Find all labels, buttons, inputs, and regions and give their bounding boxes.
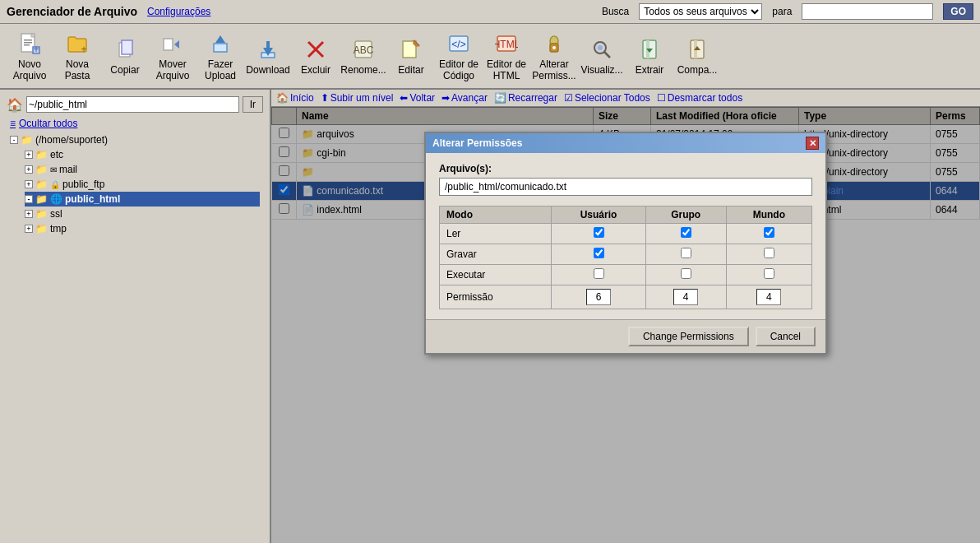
- rename-icon: ABC: [350, 36, 377, 63]
- toolbar-code-label: Editor deCódigo: [439, 58, 478, 81]
- svg-text:HTML: HTML: [495, 39, 518, 50]
- svg-rect-4: [24, 44, 30, 46]
- tree-children: + 📁 etc + 📁 ✉ mail + 📁 🔒 public_ftp: [10, 147, 260, 236]
- toolbar-rename[interactable]: ABC Renome...: [340, 33, 386, 79]
- recarregar-icon: 🔄: [494, 92, 506, 104]
- toolbar-move-label: MoverArquivo: [156, 58, 190, 81]
- svg-rect-2: [24, 39, 32, 41]
- path-go-button[interactable]: Ir: [243, 96, 263, 113]
- hide-all-btn[interactable]: ≡ Ocultar todos: [3, 116, 266, 131]
- svg-point-33: [598, 45, 603, 50]
- html-globe-icon: 🌐: [50, 193, 62, 205]
- root-folder-icon: 📁: [21, 134, 33, 146]
- voltar-btn[interactable]: ⬅ Voltar: [400, 92, 435, 104]
- avancar-icon: ➡: [441, 92, 450, 104]
- toolbar-edit[interactable]: Editar: [388, 33, 434, 79]
- nav-bar: 🏠 Início ⬆ Subir um nível ⬅ Voltar ➡ Ava…: [271, 90, 980, 107]
- gravar-mundo-checkbox[interactable]: [764, 248, 774, 258]
- search-select[interactable]: Todos os seus arquivos: [639, 3, 762, 20]
- tree-item-etc[interactable]: + 📁 etc: [25, 147, 260, 162]
- permissions-table: Modo Usuário Grupo Mundo: [439, 206, 812, 309]
- toolbar-html-editor[interactable]: HTML Editor deHTML: [483, 27, 529, 85]
- avancar-btn[interactable]: ➡ Avançar: [441, 92, 488, 104]
- toolbar-download[interactable]: Download: [245, 33, 291, 79]
- toolbar-view[interactable]: Visualiz...: [579, 33, 625, 79]
- toolbar-download-label: Download: [246, 64, 289, 76]
- modal-close-button[interactable]: ✕: [806, 137, 819, 150]
- desmarcar-btn[interactable]: ☐ Desmarcar todos: [657, 92, 742, 104]
- config-link[interactable]: Configurações: [147, 6, 210, 17]
- executar-usuario-checkbox[interactable]: [594, 268, 604, 279]
- toolbar-permissions[interactable]: AlterarPermiss...: [531, 27, 577, 85]
- ler-grupo-checkbox[interactable]: [681, 227, 691, 238]
- modal-title: Alterar Permissões: [432, 137, 522, 149]
- toolbar-move[interactable]: MoverArquivo: [150, 27, 196, 85]
- selecionar-label: Selecionar Todos: [575, 92, 650, 104]
- tree-item-public-html[interactable]: - 📁 🌐 public_html: [25, 192, 260, 207]
- col-grupo: Grupo: [645, 207, 726, 224]
- mail-folder-icon: 📁: [35, 164, 48, 175]
- toolbar-new-file[interactable]: + NovoArquivo: [7, 27, 53, 85]
- tree-item-ssl[interactable]: + 📁 ssl: [25, 207, 260, 221]
- extract-icon: [636, 36, 663, 63]
- toolbar-code-editor[interactable]: </> Editor deCódigo: [436, 27, 482, 85]
- path-input[interactable]: [26, 96, 239, 113]
- ler-mundo-checkbox[interactable]: [764, 227, 774, 238]
- ftp-folder-icon: 📁: [35, 179, 48, 190]
- hide-all-label: Ocultar todos: [19, 118, 77, 129]
- change-permissions-button[interactable]: Change Permissions: [628, 327, 749, 346]
- modal-overlay: Alterar Permissões ✕ Arquivo(s): /public…: [271, 107, 980, 543]
- svg-marker-13: [215, 35, 225, 43]
- svg-rect-3: [24, 42, 32, 44]
- perm-mundo-input[interactable]: [756, 289, 781, 305]
- subir-btn[interactable]: ⬆ Subir um nível: [321, 92, 394, 104]
- perm-usuario-input[interactable]: [586, 289, 611, 305]
- toolbar-extract[interactable]: Extrair: [626, 33, 673, 79]
- mail-expand: +: [25, 165, 33, 174]
- selecionar-btn[interactable]: ☑ Selecionar Todos: [564, 92, 650, 104]
- toolbar-compress[interactable]: Compa...: [674, 33, 720, 79]
- ler-usuario-checkbox[interactable]: [594, 227, 604, 238]
- inicio-btn[interactable]: 🏠 Início: [276, 92, 314, 104]
- perm-grupo-input[interactable]: [673, 289, 698, 305]
- executar-label: Executar: [440, 265, 552, 285]
- search-label: Busca: [602, 6, 629, 17]
- toolbar-delete[interactable]: Excluir: [293, 33, 339, 79]
- recarregar-label: Recarregar: [508, 92, 557, 104]
- tree-item-public-ftp[interactable]: + 📁 🔒 public_ftp: [25, 177, 260, 192]
- gravar-usuario-checkbox[interactable]: [594, 248, 604, 258]
- tree-item-tmp[interactable]: + 📁 tmp: [25, 221, 260, 236]
- tree-root[interactable]: - 📁 (/home/suportet): [10, 132, 260, 147]
- file-tree: - 📁 (/home/suportet) + 📁 etc + 📁 ✉ mail: [3, 131, 266, 238]
- voltar-label: Voltar: [409, 92, 435, 104]
- go-button[interactable]: GO: [943, 3, 973, 20]
- modal-footer: Change Permissions Cancel: [426, 319, 825, 353]
- svg-line-32: [604, 52, 610, 58]
- subir-icon: ⬆: [321, 92, 329, 104]
- move-icon: [159, 30, 186, 57]
- cancel-button[interactable]: Cancel: [756, 327, 816, 346]
- col-usuario: Usuário: [552, 207, 645, 224]
- new-folder-icon: +: [64, 30, 90, 57]
- gravar-grupo-checkbox[interactable]: [681, 248, 691, 258]
- code-editor-icon: </>: [446, 30, 472, 57]
- html-expand: -: [25, 195, 33, 203]
- tree-item-mail[interactable]: + 📁 ✉ mail: [25, 162, 260, 177]
- executar-mundo-checkbox[interactable]: [764, 268, 774, 279]
- toolbar-upload[interactable]: FazerUpload: [197, 27, 243, 85]
- search-input[interactable]: [802, 3, 933, 20]
- sidebar: 🏠 Ir ≡ Ocultar todos - 📁 (/home/suportet…: [0, 90, 271, 543]
- download-icon: [255, 36, 281, 63]
- svg-text:ABC: ABC: [354, 44, 374, 56]
- toolbar-extract-label: Extrair: [636, 64, 664, 76]
- avancar-label: Avançar: [451, 92, 488, 104]
- toolbar-compress-label: Compa...: [677, 64, 718, 76]
- mail-label: mail: [59, 164, 77, 175]
- recarregar-btn[interactable]: 🔄 Recarregar: [494, 92, 557, 104]
- subir-label: Subir um nível: [331, 92, 394, 104]
- toolbar-new-folder[interactable]: + NovaPasta: [54, 27, 100, 85]
- executar-grupo-checkbox[interactable]: [681, 268, 691, 279]
- permissao-label: Permissão: [440, 285, 552, 309]
- svg-point-30: [552, 46, 556, 49]
- toolbar-copy[interactable]: Copiar: [102, 33, 148, 79]
